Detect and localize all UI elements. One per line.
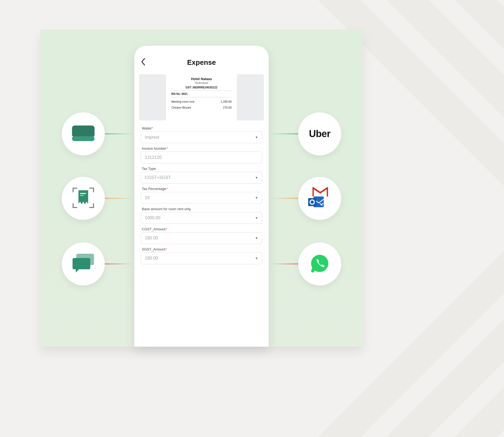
wallet-field: Wallet Imprest ▼ xyxy=(141,126,262,143)
receipt-line-item: Chicken Biryani 270.00 xyxy=(171,106,232,109)
chevron-down-icon: ▼ xyxy=(255,236,258,240)
receipt-divider xyxy=(171,91,232,91)
chevron-down-icon: ▼ xyxy=(255,135,258,139)
expense-form: Wallet Imprest ▼ Invoice Number Tax Type… xyxy=(139,126,264,264)
uber-wordmark: Uber xyxy=(309,128,330,139)
chevron-down-icon: ▼ xyxy=(255,196,258,200)
integration-mail xyxy=(298,177,341,220)
receipt-prev-placeholder[interactable] xyxy=(139,74,166,120)
chevron-down-icon: ▼ xyxy=(255,176,258,180)
invoice-field: Invoice Number xyxy=(141,146,262,163)
tax-pct-field: Tax Percentage 18 ▼ xyxy=(141,187,262,204)
tax-type-select[interactable]: CGST+SGST ▼ xyxy=(141,172,262,184)
wallet-select[interactable]: Imprest ▼ xyxy=(141,131,262,143)
cgst-select[interactable]: 180.00 ▼ xyxy=(141,232,262,244)
hero-panel: Uber xyxy=(40,30,363,347)
screen-title: Expense xyxy=(187,58,216,67)
sgst-value: 180.00 xyxy=(145,256,158,261)
outlook-icon xyxy=(308,195,325,210)
svg-rect-0 xyxy=(72,126,95,137)
svg-rect-1 xyxy=(72,136,95,141)
receipt-scan-icon xyxy=(70,185,96,212)
tax-type-label: Tax Type xyxy=(142,167,262,171)
tax-pct-select[interactable]: 18 ▼ xyxy=(141,192,262,204)
cgst-label: CGST_Amount xyxy=(142,227,262,231)
invoice-input-wrap[interactable] xyxy=(141,152,262,163)
receipt-city: Hyderabad xyxy=(171,81,232,84)
sgst-label: SGST_Amount xyxy=(142,247,262,251)
integration-whatsapp xyxy=(298,242,341,285)
tax-pct-label: Tax Percentage xyxy=(142,187,262,191)
receipt-card[interactable]: Hotel Nalaas Hyderabad GST: 36ERRRE3453D… xyxy=(168,74,235,120)
integration-scan xyxy=(62,177,105,220)
receipt-vendor: Hotel Nalaas xyxy=(171,77,232,81)
cgst-value: 180.00 xyxy=(145,236,158,241)
invoice-label: Invoice Number xyxy=(142,146,262,151)
tax-pct-value: 18 xyxy=(145,195,150,200)
chevron-down-icon: ▼ xyxy=(255,216,258,220)
phone-header: Expense xyxy=(139,56,264,68)
integration-card xyxy=(62,112,105,155)
base-amount-field: Base amount for room rent only 1000.00 ▼ xyxy=(141,207,262,224)
svg-rect-3 xyxy=(80,195,84,196)
receipt-divider xyxy=(171,97,232,97)
svg-rect-6 xyxy=(308,198,316,206)
sgst-select[interactable]: 180.00 ▼ xyxy=(141,252,262,264)
line-amount: 270.00 xyxy=(223,106,232,109)
tax-type-value: CGST+SGST xyxy=(145,175,171,180)
invoice-input[interactable] xyxy=(145,155,252,160)
base-amount-select[interactable]: 1000.00 ▼ xyxy=(141,212,262,224)
chat-icon xyxy=(70,252,96,276)
svg-rect-2 xyxy=(80,193,86,194)
integration-chat xyxy=(62,242,105,285)
integration-uber: Uber xyxy=(298,112,341,155)
sgst-field: SGST_Amount 180.00 ▼ xyxy=(141,247,262,264)
receipt-gst: GST: 36ERRRE3453D1Z2 xyxy=(171,86,232,89)
receipt-carousel: Hotel Nalaas Hyderabad GST: 36ERRRE3453D… xyxy=(139,74,264,120)
line-name: Meeting room rent xyxy=(171,100,194,103)
whatsapp-icon xyxy=(310,254,329,274)
phone-mockup: Expense Hotel Nalaas Hyderabad GST: 36ER… xyxy=(134,46,269,347)
line-name: Chicken Biryani xyxy=(171,106,191,109)
chevron-down-icon: ▼ xyxy=(255,256,258,260)
line-amount: 1,200.00 xyxy=(221,100,232,103)
wallet-value: Imprest xyxy=(145,135,159,140)
cgst-field: CGST_Amount 180.00 ▼ xyxy=(141,227,262,244)
base-amount-label: Base amount for room rent only xyxy=(142,207,262,211)
tax-type-field: Tax Type CGST+SGST ▼ xyxy=(141,167,262,184)
receipt-line-item: Meeting room rent 1,200.00 xyxy=(171,100,232,103)
wallet-label: Wallet xyxy=(142,126,262,130)
back-button[interactable] xyxy=(141,58,146,67)
receipt-next-placeholder[interactable] xyxy=(237,74,264,120)
base-amount-value: 1000.00 xyxy=(145,216,160,220)
receipt-bill-no: Bill No: 0921 xyxy=(171,92,232,95)
credit-card-icon xyxy=(72,126,95,142)
